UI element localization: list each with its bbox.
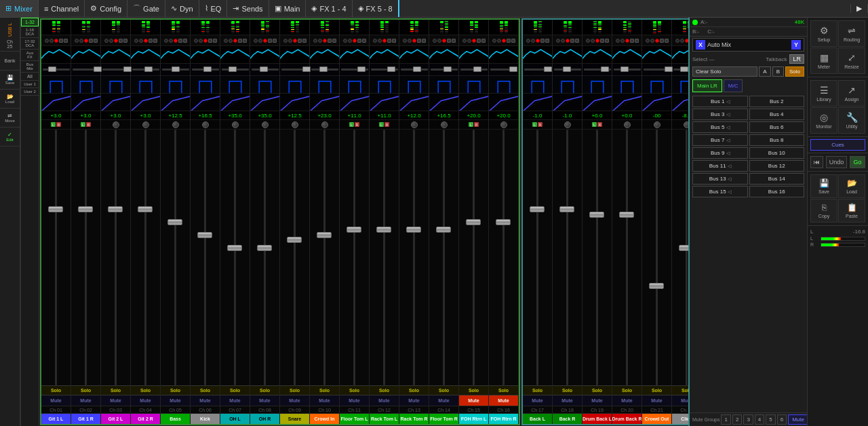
solo-btn-19[interactable]: Solo (583, 385, 612, 395)
solo-btn-6[interactable]: Solo (191, 385, 220, 395)
ch-name-6[interactable]: Kick (191, 413, 220, 424)
bus-btn-2[interactable]: Bus 2 (749, 96, 805, 107)
clear-solo-btn[interactable]: Clear Solo (692, 66, 757, 77)
bank-btn-1-32[interactable]: 1-32 (21, 18, 39, 26)
tab-mixer[interactable]: ⊞ Mixer (0, 0, 39, 17)
lr-btn[interactable]: LR (789, 54, 804, 64)
ch-name-7[interactable]: OH L (220, 413, 250, 424)
fader-section[interactable] (553, 129, 582, 385)
ch-name-5[interactable]: Bass (161, 413, 190, 424)
ch-name-8[interactable]: OH R (250, 413, 279, 424)
tab-config[interactable]: ⚙ Config (85, 0, 127, 17)
pan-row[interactable] (191, 119, 220, 129)
go-btn[interactable]: Go (850, 156, 865, 168)
mute-btn-12[interactable]: Mute (370, 395, 399, 406)
ch-name-1[interactable]: Git 1 L (41, 413, 71, 424)
pan-row[interactable]: L R (71, 119, 100, 129)
mute-btn-2[interactable]: Mute (71, 395, 100, 406)
fader-thumb[interactable] (436, 227, 451, 233)
fader-thumb[interactable] (679, 245, 688, 251)
ch-name-15[interactable]: FOH Rtrn L (459, 413, 488, 424)
automix-x-btn[interactable]: X (696, 40, 705, 50)
fader-section[interactable] (583, 129, 612, 385)
move-sidebar-btn[interactable]: ⇄ Move (0, 109, 20, 128)
fader-thumb[interactable] (257, 245, 272, 251)
solo-btn-5[interactable]: Solo (161, 385, 190, 395)
mute-btn-6[interactable]: Mute (191, 395, 220, 406)
bank-btn-user2[interactable]: User 2 (21, 88, 39, 96)
monitor-btn[interactable]: ◎ Monitor (810, 107, 837, 134)
ch-name-21[interactable]: Crowd Out (642, 413, 671, 424)
fader-thumb[interactable] (496, 219, 511, 225)
bank-btn-aux-fx[interactable]: AuxFX (21, 50, 39, 61)
pan-row[interactable] (612, 119, 642, 129)
a-btn[interactable]: A (759, 66, 770, 77)
paste-fr-btn[interactable]: 📋 Paste (838, 199, 865, 222)
tab-main[interactable]: ▣ Main (269, 0, 307, 17)
fader-thumb[interactable] (227, 245, 242, 251)
fader-thumb[interactable] (406, 227, 421, 233)
mute-btn-21[interactable]: Mute (642, 395, 671, 406)
fader-thumb[interactable] (108, 206, 123, 212)
solo-btn-14[interactable]: Solo (429, 385, 458, 395)
fader-section[interactable] (161, 129, 190, 385)
bus-btn-9[interactable]: Bus 9 ◁ (692, 147, 748, 159)
fader-section[interactable] (642, 129, 671, 385)
bus-btn-7[interactable]: Bus 7 ◁ (692, 134, 748, 146)
fader-thumb[interactable] (559, 206, 574, 212)
fader-thumb[interactable] (48, 206, 63, 212)
mute-btn-9[interactable]: Mute (280, 395, 309, 406)
bus-btn-5[interactable]: Bus 5 ◁ (692, 121, 748, 133)
resize-btn[interactable]: ⤢ Resize (838, 47, 865, 74)
solo-btn-12[interactable]: Solo (370, 385, 399, 395)
bank-btn-bus-mtx[interactable]: BusMtx (21, 61, 39, 73)
bus-btn-3[interactable]: Bus 3 ◁ (692, 109, 748, 120)
mute-btn-15[interactable]: Mute (459, 395, 488, 406)
ch-name-14[interactable]: Floor Tom R (429, 413, 458, 424)
fader-section[interactable] (101, 129, 130, 385)
fader-section[interactable] (489, 129, 518, 385)
pan-row[interactable] (161, 119, 190, 129)
solo-btn-17[interactable]: Solo (523, 385, 552, 395)
b-btn[interactable]: B (772, 66, 784, 77)
ch-name-22[interactable]: Click (672, 413, 688, 424)
fader-section[interactable] (191, 129, 220, 385)
mute-main-btn[interactable]: Mute (788, 414, 808, 425)
tab-gate[interactable]: ⌒ Gate (127, 0, 165, 17)
fader-section[interactable] (399, 129, 429, 385)
mute-btn-10[interactable]: Mute (310, 395, 339, 406)
solo-btn-16[interactable]: Solo (489, 385, 518, 395)
tab-eq[interactable]: ⌇ EQ (199, 0, 228, 17)
fader-thumb[interactable] (466, 219, 481, 225)
bank-btn-user1[interactable]: User 1 (21, 81, 39, 88)
pan-row[interactable] (250, 119, 279, 129)
fader-section[interactable] (429, 129, 458, 385)
pan-row[interactable] (429, 119, 458, 129)
mg-btn-2[interactable]: 2 (732, 414, 742, 425)
solo-btn-18[interactable]: Solo (553, 385, 582, 395)
bus-btn-14[interactable]: Bus 14 (749, 173, 805, 185)
mute-btn-22[interactable]: Mute (672, 395, 688, 406)
pan-row[interactable] (101, 119, 130, 129)
mute-btn-14[interactable]: Mute (429, 395, 458, 406)
mg-btn-4[interactable]: 4 (755, 414, 764, 425)
fader-section[interactable] (250, 129, 279, 385)
fader-section[interactable] (41, 129, 71, 385)
fader-thumb[interactable] (376, 227, 391, 233)
solo-btn-10[interactable]: Solo (310, 385, 339, 395)
mute-btn-4[interactable]: Mute (131, 395, 160, 406)
routing-btn[interactable]: ⇌ Routing (838, 20, 865, 47)
pan-row[interactable] (131, 119, 160, 129)
fader-thumb[interactable] (197, 232, 212, 238)
mc-btn[interactable]: M/C (724, 79, 743, 92)
mute-btn-13[interactable]: Mute (399, 395, 429, 406)
ch-name-17[interactable]: Back L (523, 413, 552, 424)
solo-btn-20[interactable]: Solo (612, 385, 642, 395)
bank-btn-1-16-dca[interactable]: 1-16DCA (21, 26, 39, 38)
bank-btn-all[interactable]: All (21, 73, 39, 81)
solo-btn-15[interactable]: Solo (459, 385, 488, 395)
meter-btn[interactable]: ▦ Meter (810, 47, 837, 74)
pan-row[interactable]: L R (459, 119, 488, 129)
pan-row[interactable] (310, 119, 339, 129)
solo-btn-7[interactable]: Solo (220, 385, 250, 395)
